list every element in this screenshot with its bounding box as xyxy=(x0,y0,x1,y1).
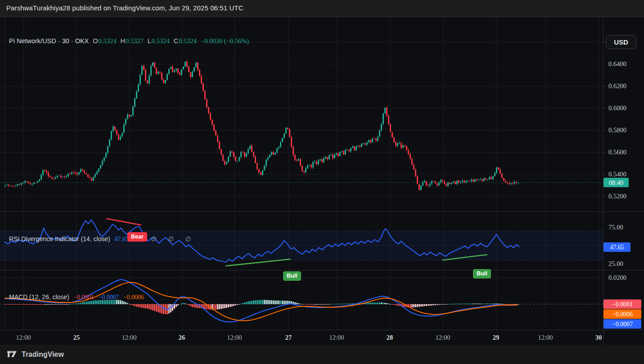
symbol-title: Pi Network/USD · 30 · OKX xyxy=(9,37,89,45)
svg-text:0.0200: 0.0200 xyxy=(608,274,626,281)
close-label: C xyxy=(174,37,178,45)
change-value: −0.0030 (−0.56%) xyxy=(201,37,249,45)
macd-legend: MACD (12, 26, close) −0.0001 −0.0007 −0.… xyxy=(9,293,144,301)
svg-text:30: 30 xyxy=(595,334,602,341)
macd-hist-value: −0.0001 xyxy=(73,294,94,301)
chart-area[interactable]: 0.66000.64000.62000.60000.58000.56000.54… xyxy=(0,17,644,345)
bull-divergence-badge-1: Bull xyxy=(283,271,301,281)
high-label: H xyxy=(120,37,125,45)
svg-text:47.65: 47.65 xyxy=(610,244,624,251)
svg-text:−0.0006: −0.0006 xyxy=(612,311,633,318)
svg-text:12:00: 12:00 xyxy=(16,334,31,341)
svg-text:26: 26 xyxy=(179,334,185,341)
svg-text:−0.0007: −0.0007 xyxy=(612,321,633,328)
svg-text:0.6200: 0.6200 xyxy=(608,82,626,90)
svg-text:0.5600: 0.5600 xyxy=(608,148,626,156)
rsi-title: RSI Divergence Indicator (14, close) xyxy=(9,235,110,243)
tradingview-logo-icon xyxy=(6,349,18,360)
rsi-legend: RSI Divergence Indicator (14, close) 47.… xyxy=(9,235,196,243)
svg-text:12:00: 12:00 xyxy=(329,334,344,341)
svg-text:27: 27 xyxy=(285,334,292,341)
svg-text:12:00: 12:00 xyxy=(122,334,136,341)
svg-text:0.6400: 0.6400 xyxy=(608,60,626,67)
open-value: 0.5324 xyxy=(99,37,117,45)
svg-text:28: 28 xyxy=(387,334,393,341)
svg-text:25: 25 xyxy=(73,334,80,341)
high-value: 0.5327 xyxy=(126,37,144,45)
svg-text:29: 29 xyxy=(493,334,500,341)
rsi-value: 47.65 xyxy=(114,235,129,243)
tradingview-link[interactable]: TradingView xyxy=(6,349,64,360)
low-value: 0.5324 xyxy=(152,37,170,45)
close-value: 0.5324 xyxy=(179,37,197,45)
macd-signal-value: −0.0006 xyxy=(123,294,144,301)
svg-text:0.5400: 0.5400 xyxy=(608,171,626,178)
svg-text:12:00: 12:00 xyxy=(227,334,242,341)
svg-text:75.00: 75.00 xyxy=(608,224,623,231)
currency-toggle-button[interactable]: USD xyxy=(606,35,636,49)
attribution-bar: ParshwaTurakhiya28 published on TradingV… xyxy=(0,0,644,17)
svg-text:0.5200: 0.5200 xyxy=(608,193,626,200)
tradingview-snapshot: ParshwaTurakhiya28 published on TradingV… xyxy=(0,0,644,364)
svg-text:12:00: 12:00 xyxy=(435,334,450,341)
low-label: L xyxy=(148,37,151,45)
bear-divergence-badge: Bear xyxy=(127,232,147,242)
open-label: O xyxy=(93,37,98,45)
bull-divergence-badge-2: Bull xyxy=(473,269,491,279)
tradingview-label: TradingView xyxy=(22,351,64,359)
svg-text:−0.0001: −0.0001 xyxy=(612,301,633,308)
attribution-text: ParshwaTurakhiya28 published on TradingV… xyxy=(6,4,243,12)
svg-text:0.6000: 0.6000 xyxy=(608,104,626,112)
footer-bar: TradingView xyxy=(0,345,644,364)
svg-text:12:00: 12:00 xyxy=(538,334,553,341)
symbol-legend: Pi Network/USD · 30 · OKX O0.5324 H0.532… xyxy=(9,37,249,45)
macd-title: MACD (12, 26, close) xyxy=(9,293,69,301)
svg-text:0.5800: 0.5800 xyxy=(608,126,626,134)
svg-text:08:40: 08:40 xyxy=(609,180,623,186)
svg-text:25.00: 25.00 xyxy=(608,260,623,267)
macd-line-value: −0.0007 xyxy=(98,294,119,301)
